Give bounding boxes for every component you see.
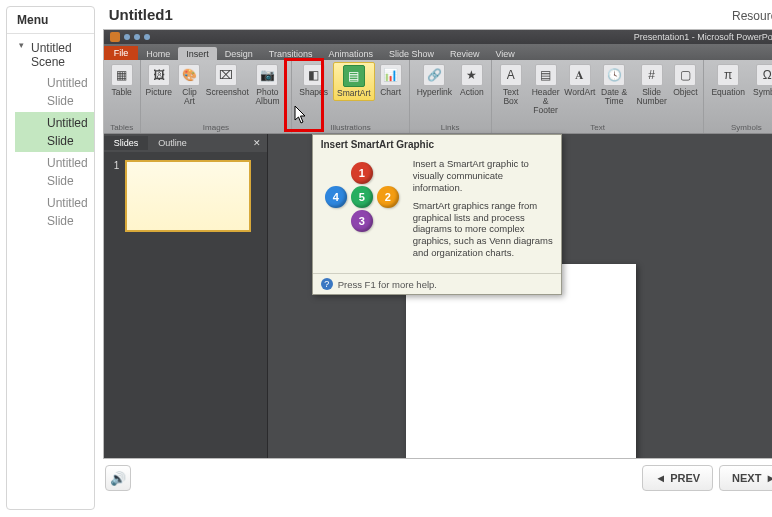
tab-outline[interactable]: Outline xyxy=(148,136,197,150)
tab-home[interactable]: Home xyxy=(138,47,178,60)
symbol-icon: Ω xyxy=(756,64,772,86)
tab-animations[interactable]: Animations xyxy=(320,47,381,60)
tooltip-diagram: 1 2 3 4 5 xyxy=(321,158,405,236)
group-tables: ▦Table Tables xyxy=(104,60,141,133)
slide-thumbnail-panel: Slides Outline ✕ 1 xyxy=(104,134,268,458)
textbox-button[interactable]: AText Box xyxy=(496,62,526,117)
tab-file[interactable]: File xyxy=(104,46,139,60)
picture-icon: 🖼 xyxy=(148,64,170,86)
tooltip-footer: ? Press F1 for more help. xyxy=(313,273,561,294)
tab-transitions[interactable]: Transitions xyxy=(261,47,321,60)
diagram-node: 2 xyxy=(377,186,399,208)
scene-tree: Untitled Scene Untitled Slide Untitled S… xyxy=(7,34,94,236)
symbol-button[interactable]: ΩSymbol xyxy=(750,62,772,99)
photo-album-icon: 📷 xyxy=(256,64,278,86)
tab-slideshow[interactable]: Slide Show xyxy=(381,47,442,60)
slidenumber-button[interactable]: #Slide Number xyxy=(634,62,670,117)
headerfooter-button[interactable]: ▤Header & Footer xyxy=(528,62,564,117)
volume-icon: 🔊 xyxy=(110,471,126,486)
action-icon: ★ xyxy=(461,64,483,86)
title-row: Untitled1 Resources xyxy=(101,0,772,27)
redo-icon[interactable] xyxy=(144,34,150,40)
help-icon: ? xyxy=(321,278,333,290)
slide-list-item[interactable]: Untitled Slide xyxy=(15,72,94,112)
hyperlink-icon: 🔗 xyxy=(423,64,445,86)
volume-button[interactable]: 🔊 xyxy=(105,465,131,491)
object-button[interactable]: ▢Object xyxy=(671,62,699,117)
datetime-icon: 🕓 xyxy=(603,64,625,86)
slide-thumbnail-image xyxy=(125,160,251,232)
hyperlink-button[interactable]: 🔗Hyperlink xyxy=(414,62,455,99)
tab-insert[interactable]: Insert xyxy=(178,47,217,60)
clipart-icon: 🎨 xyxy=(178,64,200,86)
smartart-tooltip: Insert SmartArt Graphic 1 2 3 4 5 Insert… xyxy=(312,134,562,295)
slide-panel-tabs: Slides Outline ✕ xyxy=(104,134,267,152)
chart-button[interactable]: 📊Chart xyxy=(377,62,405,101)
diagram-node: 5 xyxy=(351,186,373,208)
equation-icon: π xyxy=(717,64,739,86)
group-links: 🔗Hyperlink ★Action Links xyxy=(410,60,492,133)
shapes-button[interactable]: ◧Shapes xyxy=(296,62,331,101)
page-title: Untitled1 xyxy=(109,6,173,23)
slidenumber-icon: # xyxy=(641,64,663,86)
ppt-titlebar: Presentation1 - Microsoft PowerPoint xyxy=(104,30,772,44)
chevron-left-icon: ◄ xyxy=(655,472,666,484)
scene-item[interactable]: Untitled Scene xyxy=(15,38,94,72)
window-title: Presentation1 - Microsoft PowerPoint xyxy=(634,32,772,42)
quick-access-toolbar xyxy=(110,32,150,42)
slide-list-item[interactable]: Untitled Slide xyxy=(15,192,94,232)
textbox-icon: A xyxy=(500,64,522,86)
save-icon[interactable] xyxy=(124,34,130,40)
smartart-icon: ▤ xyxy=(343,65,365,87)
picture-button[interactable]: 🖼Picture xyxy=(145,62,173,108)
close-icon[interactable]: ✕ xyxy=(247,138,267,148)
object-icon: ▢ xyxy=(674,64,696,86)
slide-thumbnail[interactable]: 1 xyxy=(104,152,267,240)
slide-list-item[interactable]: Untitled Slide xyxy=(15,152,94,192)
diagram-node: 1 xyxy=(351,162,373,184)
tab-slides[interactable]: Slides xyxy=(104,136,149,150)
next-button[interactable]: NEXT ► xyxy=(719,465,772,491)
group-symbols: πEquation ΩSymbol Symbols xyxy=(704,60,772,133)
photoalbum-button[interactable]: 📷Photo Album xyxy=(248,62,288,108)
equation-button[interactable]: πEquation xyxy=(708,62,748,99)
action-button[interactable]: ★Action xyxy=(457,62,487,99)
diagram-node: 4 xyxy=(325,186,347,208)
ribbon: ▦Table Tables 🖼Picture 🎨Clip Art ⌧Screen… xyxy=(104,60,772,134)
tooltip-title: Insert SmartArt Graphic xyxy=(313,135,561,154)
prev-label: PREV xyxy=(670,472,700,484)
clipart-button[interactable]: 🎨Clip Art xyxy=(175,62,204,108)
menu-panel: Menu Untitled Scene Untitled Slide Untit… xyxy=(6,6,95,510)
slide-list-item[interactable]: Untitled Slide xyxy=(15,112,94,152)
next-label: NEXT xyxy=(732,472,761,484)
resources-link[interactable]: Resources xyxy=(732,9,772,23)
group-illustrations: ◧Shapes ▤SmartArt 📊Chart Illustrations xyxy=(292,60,409,133)
screenshot-button[interactable]: ⌧Screenshot xyxy=(206,62,246,108)
undo-icon[interactable] xyxy=(134,34,140,40)
screenshot-icon: ⌧ xyxy=(215,64,237,86)
tab-view[interactable]: View xyxy=(488,47,523,60)
chart-icon: 📊 xyxy=(380,64,402,86)
tab-review[interactable]: Review xyxy=(442,47,488,60)
player-controls: 🔊 ◄ PREV NEXT ► xyxy=(101,459,772,491)
tab-design[interactable]: Design xyxy=(217,47,261,60)
ribbon-tabs: File Home Insert Design Transitions Anim… xyxy=(104,44,772,60)
slide-stage: Presentation1 - Microsoft PowerPoint Fil… xyxy=(103,29,772,459)
datetime-button[interactable]: 🕓Date & Time xyxy=(596,62,632,117)
smartart-button[interactable]: ▤SmartArt xyxy=(333,62,375,101)
shapes-icon: ◧ xyxy=(303,64,325,86)
table-icon: ▦ xyxy=(111,64,133,86)
tooltip-text: Insert a SmartArt graphic to visually co… xyxy=(413,158,553,265)
wordart-icon: 𝐀 xyxy=(569,64,591,86)
chevron-right-icon: ► xyxy=(765,472,772,484)
menu-header: Menu xyxy=(7,7,94,34)
group-text: AText Box ▤Header & Footer 𝐀WordArt 🕓Dat… xyxy=(492,60,705,133)
wordart-button[interactable]: 𝐀WordArt xyxy=(565,62,594,117)
group-images: 🖼Picture 🎨Clip Art ⌧Screenshot 📷Photo Al… xyxy=(141,60,293,133)
powerpoint-icon xyxy=(110,32,120,42)
table-button[interactable]: ▦Table xyxy=(108,62,136,99)
course-menu-sidebar: Menu Untitled Scene Untitled Slide Untit… xyxy=(0,0,101,517)
slide-number: 1 xyxy=(114,160,120,232)
prev-button[interactable]: ◄ PREV xyxy=(642,465,713,491)
diagram-node: 3 xyxy=(351,210,373,232)
